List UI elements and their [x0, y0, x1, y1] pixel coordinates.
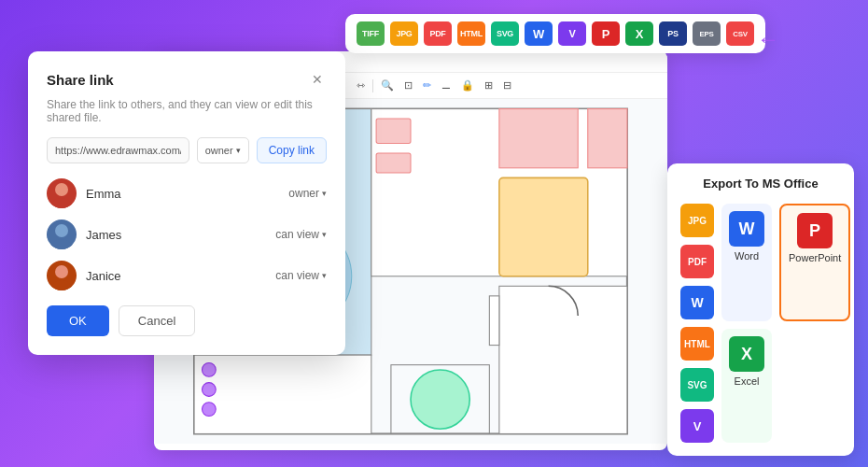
- format-tiff[interactable]: TIFF: [357, 21, 385, 46]
- side-icon-html[interactable]: HTML: [680, 327, 714, 361]
- svg-rect-18: [499, 286, 627, 433]
- format-ps[interactable]: PS: [659, 21, 687, 46]
- cancel-button[interactable]: Cancel: [119, 305, 195, 336]
- export-panel-content: JPG PDF W HTML SVG V W Word P PowerPoint…: [680, 204, 841, 443]
- arrow-indicator: ←: [757, 26, 779, 52]
- svg-point-28: [51, 280, 72, 290]
- svg-point-23: [55, 183, 68, 196]
- link-url-display: https://www.edrawmax.com/online/fil: [47, 137, 189, 163]
- user-row-james: James can view ▾: [47, 219, 327, 249]
- chevron-down-icon-james: ▾: [322, 230, 327, 239]
- tool-connect[interactable]: ⇿: [354, 78, 368, 93]
- dialog-actions: OK Cancel: [47, 305, 327, 336]
- share-dialog: Share link ✕ Share the link to others, a…: [28, 51, 345, 355]
- format-svg[interactable]: SVG: [491, 21, 519, 46]
- svg-point-13: [202, 363, 216, 377]
- svg-point-27: [55, 265, 68, 278]
- user-name-janice: Janice: [86, 269, 266, 283]
- tool-zoom2[interactable]: ⊡: [401, 78, 415, 93]
- export-excel-button[interactable]: X Excel: [721, 329, 772, 443]
- user-name-emma: Emma: [86, 187, 279, 201]
- link-row: https://www.edrawmax.com/online/fil owne…: [47, 137, 327, 163]
- svg-rect-12: [194, 355, 371, 433]
- avatar-emma: [47, 178, 77, 208]
- excel-icon: X: [729, 336, 764, 372]
- svg-rect-20: [376, 153, 411, 173]
- svg-point-15: [202, 403, 216, 417]
- export-powerpoint-button[interactable]: P PowerPoint: [779, 204, 850, 321]
- format-ppt[interactable]: P: [592, 21, 620, 46]
- tool-grid[interactable]: ⊞: [482, 78, 496, 93]
- svg-rect-19: [376, 119, 411, 143]
- powerpoint-icon: P: [797, 213, 833, 248]
- tool-dash[interactable]: ⚊: [439, 78, 454, 93]
- avatar-james: [47, 219, 77, 249]
- user-perm-text-james: can view: [275, 228, 319, 241]
- dialog-title: Share link: [47, 72, 114, 88]
- side-icon-jpg[interactable]: JPG: [680, 204, 714, 237]
- powerpoint-label: PowerPoint: [789, 252, 841, 263]
- export-format-toolbar: TIFF JPG PDF HTML SVG W V P X PS EPS CSV: [345, 14, 765, 53]
- divider: [372, 79, 373, 92]
- user-row-emma: Emma owner ▾: [47, 178, 327, 208]
- svg-point-17: [411, 370, 469, 429]
- user-perm-emma[interactable]: owner ▾: [288, 187, 327, 200]
- chevron-down-icon-janice: ▾: [322, 271, 327, 280]
- export-word-button[interactable]: W Word: [721, 204, 772, 321]
- user-perm-text-janice: can view: [275, 269, 319, 282]
- link-permission-dropdown[interactable]: owner ▾: [197, 137, 249, 163]
- format-pdf[interactable]: PDF: [424, 21, 452, 46]
- svg-point-14: [202, 383, 216, 397]
- svg-point-24: [51, 198, 72, 208]
- copy-link-button[interactable]: Copy link: [257, 137, 327, 163]
- tool-more[interactable]: ⊟: [500, 78, 514, 93]
- user-perm-text-emma: owner: [288, 187, 319, 200]
- format-xls[interactable]: X: [625, 21, 653, 46]
- user-name-james: James: [86, 228, 266, 242]
- dialog-header: Share link ✕: [47, 70, 327, 89]
- format-html[interactable]: HTML: [457, 21, 485, 46]
- word-label: Word: [735, 250, 759, 262]
- export-apps-grid: W Word P PowerPoint X Excel: [721, 204, 850, 443]
- ok-button[interactable]: OK: [47, 305, 109, 336]
- svg-rect-22: [489, 296, 499, 346]
- side-icon-visio[interactable]: V: [680, 409, 714, 443]
- export-panel-title: Export To MS Office: [680, 177, 841, 191]
- close-button[interactable]: ✕: [308, 70, 327, 89]
- format-visio[interactable]: V: [558, 21, 586, 46]
- word-icon: W: [729, 211, 764, 247]
- format-eps[interactable]: EPS: [693, 21, 721, 46]
- side-icon-word[interactable]: W: [680, 286, 714, 319]
- dialog-subtitle: Share the link to others, and they can v…: [47, 98, 327, 124]
- format-word[interactable]: W: [525, 21, 553, 46]
- tool-pen[interactable]: ✏: [420, 78, 434, 93]
- export-ms-office-panel: Export To MS Office JPG PDF W HTML SVG V…: [667, 163, 854, 456]
- tool-zoom[interactable]: 🔍: [378, 78, 397, 93]
- link-perm-text: owner: [205, 145, 233, 156]
- chevron-down-icon-emma: ▾: [322, 189, 327, 198]
- link-url-text: https://www.edrawmax.com/online/fil: [55, 145, 181, 156]
- svg-rect-10: [588, 109, 627, 168]
- tool-lock[interactable]: 🔒: [458, 78, 477, 93]
- excel-label: Excel: [735, 375, 760, 387]
- user-perm-james[interactable]: can view ▾: [275, 228, 327, 241]
- side-icon-svg[interactable]: SVG: [680, 368, 714, 402]
- svg-point-25: [55, 224, 68, 237]
- format-csv[interactable]: CSV: [726, 21, 754, 46]
- format-jpg[interactable]: JPG: [390, 21, 418, 46]
- user-row-janice: Janice can view ▾: [47, 261, 327, 290]
- svg-point-26: [51, 239, 72, 249]
- svg-rect-11: [499, 177, 588, 276]
- avatar-janice: [47, 261, 77, 290]
- export-side-icons: JPG PDF W HTML SVG V: [680, 204, 714, 443]
- user-perm-janice[interactable]: can view ▾: [275, 269, 327, 282]
- svg-rect-9: [499, 109, 578, 168]
- side-icon-pdf[interactable]: PDF: [680, 245, 714, 278]
- chevron-down-icon: ▾: [236, 146, 241, 155]
